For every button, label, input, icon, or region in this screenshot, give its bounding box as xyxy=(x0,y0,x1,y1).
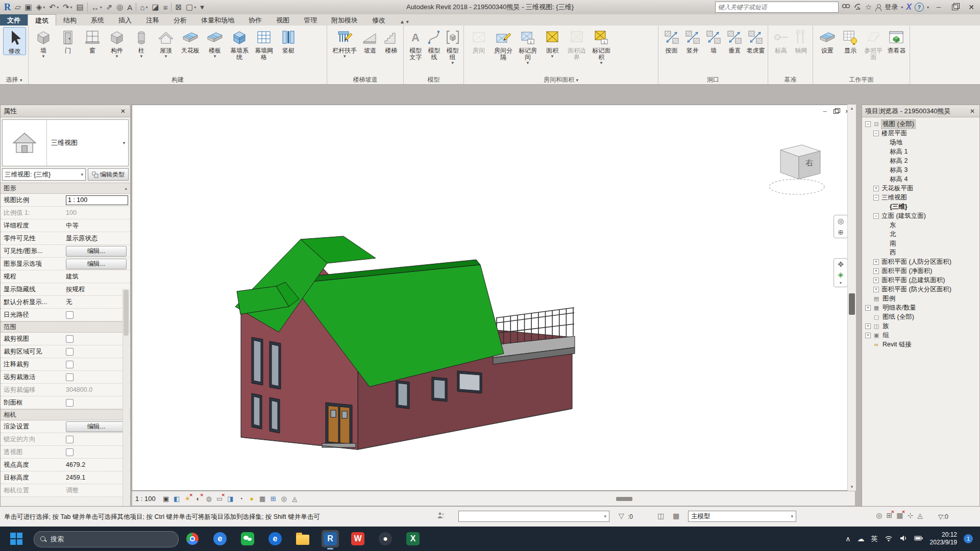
wifi-icon[interactable] xyxy=(885,535,893,543)
property-value[interactable]: 中等 xyxy=(66,221,79,230)
revit-taskbar-icon[interactable]: R xyxy=(322,530,339,547)
temporary-hide-isolate-icon[interactable]: ◔ xyxy=(236,494,246,504)
tree-item[interactable]: +◫族 xyxy=(862,321,979,331)
help-icon[interactable]: ? xyxy=(915,3,924,12)
modify-button[interactable]: 修改 xyxy=(3,27,26,55)
volume-icon[interactable] xyxy=(899,535,908,543)
tag-room-button[interactable]: 1标记房间▼ xyxy=(516,27,540,65)
tab-file[interactable]: 文件 xyxy=(0,14,28,26)
model-text-button[interactable]: A模型文字 xyxy=(407,27,424,61)
ribbon-panel-label-room-area[interactable]: 房间和面积 ▾ xyxy=(464,75,658,84)
design-options-combo[interactable]: 主模型▾ xyxy=(688,511,796,522)
tree-item[interactable]: +面积平面 (总建筑面积) xyxy=(862,276,979,285)
thin-lines-icon[interactable]: ≡ xyxy=(161,1,170,13)
floor-dropdown-icon[interactable]: ▼ xyxy=(213,55,217,59)
exclude-options-icon[interactable]: ⊞✕ xyxy=(887,511,893,519)
excel-taskbar-icon[interactable]: X xyxy=(404,530,422,547)
property-checkbox[interactable] xyxy=(66,348,74,356)
close-button[interactable]: ✕ xyxy=(965,2,978,12)
ime-indicator[interactable]: 英 xyxy=(871,534,878,543)
sync-with-central-icon[interactable]: ◈▾ xyxy=(34,1,47,13)
customize-qat-icon[interactable]: ▾ xyxy=(198,1,206,13)
property-checkbox[interactable] xyxy=(66,311,74,319)
property-checkbox[interactable] xyxy=(66,399,74,407)
tag-area-dropdown-icon[interactable]: ▼ xyxy=(599,61,603,65)
properties-scrollbar[interactable] xyxy=(122,289,130,513)
default-3d-view-icon[interactable]: ⌂▾ xyxy=(138,1,150,13)
railing-button[interactable]: 栏杆扶手▼ xyxy=(330,27,359,59)
tab-view[interactable]: 视图 xyxy=(269,14,297,26)
tree-item[interactable]: {三维} xyxy=(862,202,979,211)
filter-icon[interactable]: ▽:0 xyxy=(938,513,948,520)
tag-by-category-icon[interactable]: ◎ xyxy=(114,1,125,13)
property-value[interactable]: 显示原状态 xyxy=(66,234,98,243)
building-model[interactable] xyxy=(132,105,855,490)
show-crop-region-icon[interactable]: ◨ xyxy=(226,494,235,504)
workplane-show-button[interactable]: 显示 xyxy=(839,27,861,54)
property-checkbox[interactable] xyxy=(66,361,74,368)
save-file-icon[interactable]: ▣ xyxy=(23,1,34,13)
detail-level-icon[interactable]: ▣ xyxy=(161,494,171,504)
switch-windows-dropdown-icon[interactable]: ▾ xyxy=(194,5,196,10)
pan-icon[interactable]: ✥ xyxy=(838,260,844,268)
default-3d-view-dropdown-icon[interactable]: ▾ xyxy=(145,5,148,10)
wall-dropdown-icon[interactable]: ▼ xyxy=(41,55,45,59)
design-option-icon[interactable]: ▦ xyxy=(673,512,679,520)
pin-toggle-icon[interactable]: ⊹ xyxy=(907,511,913,519)
column-dropdown-icon[interactable]: ▼ xyxy=(139,55,143,59)
active-workset-combo[interactable]: ▾ xyxy=(458,511,609,522)
worksharing-display-icon[interactable]: ◎ xyxy=(279,494,289,504)
element-selector-combo[interactable]: 三维视图: {三维} ▾ xyxy=(2,168,86,181)
tree-expander-collapse-icon[interactable]: − xyxy=(865,121,871,127)
ribbon-display-toggle-icon[interactable]: ▲ ▾ xyxy=(393,16,412,26)
redo-dropdown-icon[interactable]: ▾ xyxy=(70,5,72,10)
model-line-button[interactable]: 模型线 xyxy=(425,27,443,61)
wall-button[interactable]: 墙▼ xyxy=(32,27,55,59)
sign-in-label[interactable]: 登录 xyxy=(885,3,898,12)
scroll-down-icon[interactable]: ▼ xyxy=(848,483,856,491)
tree-item[interactable]: +面积平面 (净面积) xyxy=(862,266,979,276)
temporary-view-properties-icon[interactable]: ▦ xyxy=(258,494,267,504)
visual-style-icon[interactable]: ◧ xyxy=(172,494,182,504)
undo-icon[interactable]: ↶▾ xyxy=(47,1,61,13)
curtain-grid-button[interactable]: 幕墙网格 xyxy=(252,27,276,61)
section-collapse-icon[interactable]: ▴ xyxy=(125,186,127,191)
restore-button[interactable] xyxy=(948,2,962,12)
column-button[interactable]: 柱▼ xyxy=(130,27,153,59)
minimize-button[interactable]: ─ xyxy=(932,2,945,12)
wps-taskbar-icon[interactable]: W xyxy=(349,530,366,547)
reveal-hidden-elements-icon[interactable]: ● xyxy=(247,494,257,504)
tree-item[interactable]: 东 xyxy=(862,220,979,230)
zoom-icon[interactable]: ⊕ xyxy=(838,228,844,236)
chrome-taskbar-icon[interactable] xyxy=(184,530,201,547)
wechat-taskbar-icon[interactable] xyxy=(239,530,256,547)
tree-item[interactable]: ∞Revit 链接 xyxy=(862,340,979,349)
tree-item[interactable]: 西 xyxy=(862,248,979,257)
tab-insert[interactable]: 插入 xyxy=(111,14,139,26)
tree-item[interactable]: +面积平面 (防火分区面积) xyxy=(862,285,979,294)
component-dropdown-icon[interactable]: ▼ xyxy=(115,55,119,59)
property-checkbox[interactable] xyxy=(66,373,74,381)
model-group-dropdown-icon[interactable]: ▼ xyxy=(451,61,455,65)
opening-by-face-button[interactable]: 按面 xyxy=(662,27,681,54)
hidden-icons-chevron[interactable]: ∧ xyxy=(845,535,850,543)
switch-windows-icon[interactable]: ▢▾ xyxy=(184,1,198,13)
tab-annotate[interactable]: 注释 xyxy=(139,14,166,26)
scroll-up-icon[interactable]: ▲ xyxy=(848,105,856,112)
floor-button[interactable]: 楼板▼ xyxy=(203,27,227,59)
sign-in-dropdown-icon[interactable]: ▾ xyxy=(901,5,903,10)
area-dropdown-icon[interactable]: ▼ xyxy=(550,55,554,59)
dormer-opening-button[interactable]: 老虎窗 xyxy=(746,27,766,54)
help-dropdown-icon[interactable]: ▾ xyxy=(927,5,929,10)
notification-badge[interactable]: 1 xyxy=(964,534,973,543)
tree-item[interactable]: +面积平面 (人防分区面积) xyxy=(862,257,979,266)
property-edit-button[interactable]: 编辑... xyxy=(66,246,127,257)
view-minimize-icon[interactable]: ─ xyxy=(820,107,829,115)
edit-in-place-icon[interactable]: ▦✕ xyxy=(896,511,903,519)
sync-with-central-dropdown-icon[interactable]: ▾ xyxy=(43,5,45,10)
property-section-2[interactable]: 相机▴ xyxy=(1,409,130,420)
project-browser-close-icon[interactable]: ✕ xyxy=(968,108,976,115)
property-checkbox[interactable] xyxy=(66,335,74,343)
close-inactive-windows-icon[interactable]: ⊠ xyxy=(173,1,184,13)
selection-filter-icon[interactable]: ▽ xyxy=(619,512,624,520)
